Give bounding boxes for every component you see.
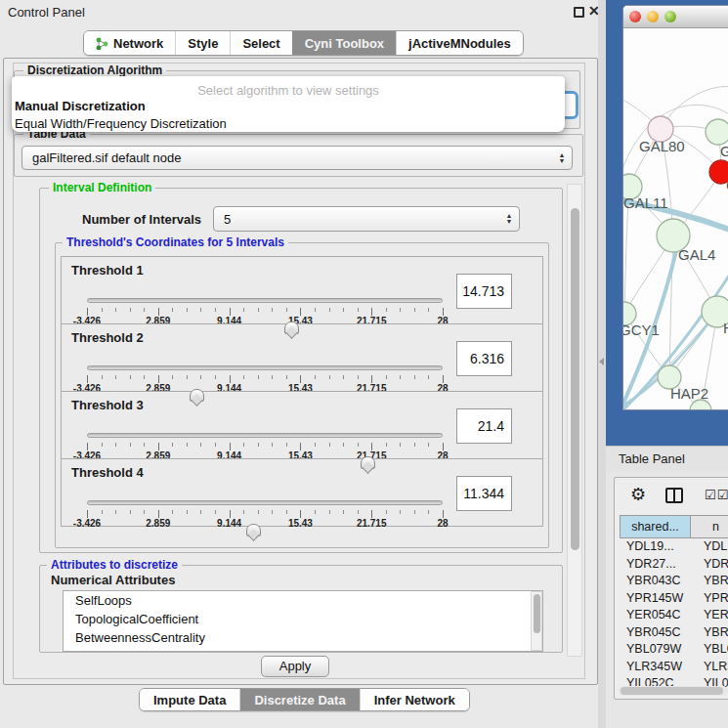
network-node-label: HAP2 [670, 385, 708, 402]
table-panel: ⚙ ☑☑ shared... n YDL19... YDL1 YDR27... [614, 477, 728, 700]
attribute-list-item[interactable]: SelfLoops [64, 591, 542, 610]
minimize-traffic-icon[interactable] [647, 11, 659, 22]
threshold-panel: Threshold 2 -3.426 2.859 9.144 15.43 21.… [61, 323, 543, 392]
column-header-shared[interactable]: shared... [621, 516, 691, 537]
tab-jactivemnodules[interactable]: jActiveMNodules [396, 31, 523, 55]
table-row[interactable]: YDR27... YDR2 [620, 556, 728, 574]
network-window-titlebar[interactable] [623, 6, 728, 28]
table-row[interactable]: YDL19... YDL1 [620, 538, 728, 556]
close-traffic-icon[interactable] [629, 11, 641, 22]
table-hscrollbar[interactable] [619, 686, 728, 696]
algorithm-group-title: Discretization Algorithm [23, 64, 166, 76]
right-region: GAL80GACGAL11GAL4GCY1HAHAP2 Table Panel … [606, 0, 728, 728]
threshold-panel: Threshold 4 -3.426 2.859 9.144 15.43 21.… [61, 458, 543, 527]
attribute-list-item[interactable]: TopologicalCoefficient [64, 610, 542, 628]
panel-divider[interactable] [598, 0, 606, 728]
network-node-label: GA [720, 143, 728, 159]
table-row[interactable]: YLR345W YLR3 [620, 659, 728, 676]
table-data-combobox[interactable]: galFiltered.sif default node ▲▼ [21, 146, 573, 170]
attributes-group-title: Attributes to discretize [47, 559, 182, 571]
control-panel: Control Panel ✕ Network Style Select Cyn… [0, 0, 606, 728]
tab-network[interactable]: Network [84, 31, 175, 55]
network-node-label: GAL80 [639, 138, 685, 154]
settings-scrollbar-thumb[interactable] [571, 208, 579, 550]
app-window: Control Panel ✕ Network Style Select Cyn… [0, 0, 728, 728]
network-node-label: GAL4 [678, 246, 715, 263]
slider-major-ticks [87, 510, 444, 518]
attributes-scrollbar[interactable] [531, 591, 542, 651]
algorithm-dropdown: Select algorithm to view settings Manual… [12, 76, 565, 132]
threshold-panel: Threshold 1 -3.426 2.859 9.144 15.43 21.… [61, 256, 543, 324]
table-hscrollbar-thumb[interactable] [621, 687, 723, 695]
table-row[interactable]: YBR045C YBR0 [620, 624, 728, 642]
tab-infer-network[interactable]: Infer Network [360, 689, 469, 710]
dropdown-placeholder: Select algorithm to view settings [12, 83, 565, 98]
slider-thumb[interactable] [246, 524, 261, 536]
tab-select[interactable]: Select [230, 31, 291, 55]
split-columns-icon[interactable] [665, 488, 683, 503]
threshold-label: Threshold 3 [71, 398, 144, 412]
threshold-value-field[interactable]: 11.344 [456, 476, 512, 511]
interval-definition-title: Interval Definition [49, 182, 155, 193]
network-node-label: GCY1 [623, 321, 660, 338]
table-row[interactable]: YER054C YER0 [620, 607, 728, 624]
attribute-list-item[interactable]: BetweennessCentrality [64, 628, 542, 647]
threshold-panel: Threshold 3 -3.426 2.859 9.144 15.43 21.… [61, 391, 543, 459]
threshold-value-field[interactable]: 21.4 [456, 408, 512, 444]
gear-icon[interactable]: ⚙ [630, 484, 646, 505]
table-row[interactable]: YBR043C YBR0 [620, 573, 728, 590]
column-header-name[interactable]: n [691, 516, 728, 537]
slider-major-ticks [87, 308, 444, 316]
float-icon[interactable] [574, 7, 584, 18]
threshold-label: Threshold 4 [71, 465, 144, 480]
slider-thumb[interactable] [190, 389, 204, 402]
slider-major-ticks [87, 375, 444, 383]
tab-impute-data[interactable]: Impute Data [140, 689, 239, 710]
table-panel-toolbar: ⚙ ☑☑ [615, 482, 728, 511]
table-panel-titlebar: Table Panel [606, 446, 728, 471]
tab-cyni-toolbox[interactable]: Cyni Toolbox [292, 31, 396, 55]
table-row[interactable]: YPR145W YPR1 [620, 590, 728, 608]
tick-label: -3.426 [73, 518, 101, 529]
threshold-value-field[interactable]: 14.713 [456, 274, 512, 309]
node-table: shared... n YDL19... YDL1 YDR27... YDR2 [620, 515, 728, 689]
numerical-attributes-label: Numerical Attributes [51, 573, 175, 587]
threshold-value-field[interactable]: 6.316 [456, 341, 512, 376]
dropdown-option[interactable]: Manual Discretization [15, 98, 562, 115]
network-node[interactable] [706, 119, 728, 145]
checkbox-filter-icons[interactable]: ☑☑ [705, 488, 728, 502]
tick-label: 21.715 [357, 518, 387, 529]
slider-scale: -3.426 2.859 9.144 15.43 21.715 28 [87, 518, 443, 528]
tab-style[interactable]: Style [175, 31, 230, 55]
network-icon [96, 37, 108, 50]
num-intervals-label: Number of Intervals [82, 212, 201, 227]
control-panel-title: Control Panel [8, 5, 85, 20]
table-header-row: shared... n [620, 515, 728, 538]
network-canvas[interactable]: GAL80GACGAL11GAL4GCY1HAHAP2 [623, 28, 728, 410]
table-data-value: galFiltered.sif default node [22, 150, 556, 165]
slider-thumb[interactable] [361, 456, 375, 469]
network-window[interactable]: GAL80GACGAL11GAL4GCY1HAHAP2 [622, 5, 728, 410]
thresholds-group-title: Threshold's Coordinates for 5 Intervals [63, 236, 288, 248]
num-intervals-value: 5 [214, 212, 503, 227]
attributes-scrollbar-thumb[interactable] [534, 594, 540, 633]
slider-thumb[interactable] [284, 321, 299, 334]
top-tab-bar: Network Style Select Cyni Toolbox jActiv… [83, 30, 524, 56]
table-row[interactable]: YBL079W YBL0 [620, 641, 728, 659]
num-intervals-combobox[interactable]: 5 ▲▼ [213, 206, 520, 232]
tab-discretize-data[interactable]: Discretize Data [239, 689, 359, 710]
settings-scrollbar[interactable] [567, 184, 582, 657]
dropdown-option[interactable]: Equal Width/Frequency Discretization [15, 115, 562, 133]
threshold-label: Threshold 1 [71, 263, 144, 278]
stepper-icon: ▲▼ [556, 152, 572, 164]
threshold-label: Threshold 2 [71, 330, 144, 345]
network-node-label: HA [723, 320, 728, 336]
zoom-traffic-icon[interactable] [664, 11, 676, 22]
apply-button[interactable]: Apply [261, 656, 329, 677]
attributes-list: SelfLoops TopologicalCoefficient Between… [63, 590, 543, 652]
stepper-icon: ▲▼ [503, 213, 519, 225]
network-desktop: GAL80GACGAL11GAL4GCY1HAHAP2 [606, 0, 728, 446]
bottom-tab-bar: Impute Data Discretize Data Infer Networ… [139, 688, 470, 711]
table-panel-title: Table Panel [619, 451, 685, 466]
network-node-label: GAL11 [623, 194, 668, 211]
